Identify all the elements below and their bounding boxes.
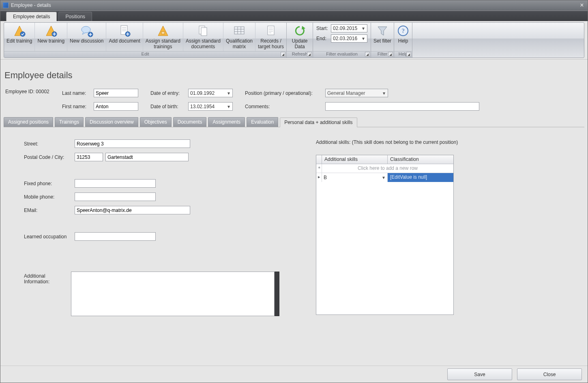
svg-point-4 [82, 26, 90, 33]
refresh-icon [293, 24, 306, 37]
last-name-label: Last name: [62, 90, 90, 96]
tab-positions[interactable]: Positions [58, 12, 92, 21]
group-launcher-icon[interactable]: ◢ [281, 52, 285, 57]
tab-documents[interactable]: Documents [173, 117, 207, 127]
grid-new-row[interactable]: ✶ Click here to add a new row [316, 164, 453, 173]
street-input[interactable] [75, 139, 190, 148]
ribbon-new-discussion-button[interactable]: New discussion [67, 23, 106, 51]
ribbon-group-filter-caption: Filter◢ [371, 51, 394, 58]
postal-code-input[interactable] [75, 153, 103, 161]
training-edit-icon [13, 24, 26, 37]
grid-col-additional-skills[interactable]: Additional skills [322, 155, 388, 164]
ribbon-add-document-button[interactable]: Add document [106, 23, 143, 51]
ribbon-update-data-button[interactable]: Update Data [287, 23, 313, 51]
email-input[interactable] [75, 206, 190, 214]
ribbon-label: Help [398, 38, 408, 44]
dialog-footer: Save Close [0, 366, 588, 383]
filter-start-label: Start: [316, 26, 331, 31]
current-row-indicator-icon: ▸ [316, 173, 322, 182]
ribbon-label: Assign standard trainings [146, 38, 180, 49]
dropdown-icon: ▾ [381, 175, 386, 180]
tab-personal-data-skills[interactable]: Personal data + additional skills [280, 118, 357, 127]
document-add-icon [118, 24, 131, 37]
ribbon-qualification-matrix-button[interactable]: Qualification matrix [223, 23, 255, 51]
filter-end-label: End: [316, 36, 331, 41]
standard-trainings-icon [157, 24, 170, 37]
date-of-entry-label: Date of entry: [150, 90, 185, 96]
textarea-scrollbar[interactable] [275, 272, 279, 316]
group-launcher-icon[interactable]: ◢ [406, 52, 411, 57]
group-launcher-icon[interactable]: ◢ [307, 52, 312, 57]
filter-start-date-input[interactable]: 02.09.2015 ▾ [331, 24, 367, 32]
grid-cell-classification[interactable]: [EditValue is null] [388, 173, 453, 182]
group-launcher-icon[interactable]: ◢ [365, 52, 370, 57]
save-button[interactable]: Save [447, 368, 512, 380]
ribbon-set-filter-button[interactable]: Set filter [371, 23, 394, 51]
group-launcher-icon[interactable]: ◢ [388, 52, 393, 57]
fixed-phone-input[interactable] [75, 179, 156, 188]
tab-objectives[interactable]: Objectives [140, 117, 172, 127]
ribbon-assign-standard-trainings-button[interactable]: Assign standard trainings [143, 23, 183, 51]
position-value: General Manager [327, 90, 365, 96]
detail-tabstrip: Assigned positions Trainings Discussion … [4, 117, 584, 127]
discussion-icon [80, 24, 93, 37]
city-input[interactable] [105, 153, 189, 161]
comments-label: Comments: [245, 104, 322, 109]
filter-start-date-value: 02.09.2015 [333, 26, 357, 31]
window-title: Employee - details [11, 2, 578, 8]
ribbon-new-training-button[interactable]: New training [35, 23, 67, 51]
last-name-input[interactable] [94, 89, 138, 97]
tab-discussion-overview[interactable]: Discussion overview [85, 117, 138, 127]
mobile-phone-label: Mobile phone: [24, 194, 75, 200]
tab-assigned-positions[interactable]: Assigned positions [4, 117, 53, 127]
ribbon-label: Set filter [373, 38, 391, 44]
tab-trainings[interactable]: Trainings [55, 117, 84, 127]
street-label: Street: [24, 141, 75, 147]
tab-evaluation[interactable]: Evaluation [247, 117, 278, 127]
employee-id-label: Employee ID: 00002 [5, 89, 50, 94]
grid-indicator-header [316, 155, 322, 164]
ribbon: Edit training New training New discussio… [4, 22, 584, 58]
learned-occupation-input[interactable] [75, 232, 156, 241]
additional-info-label: Additional Information: [24, 272, 71, 285]
window-close-button[interactable]: × [578, 2, 586, 9]
ribbon-label: Add document [109, 38, 140, 44]
filter-end-date-input[interactable]: 02.03.2016 ▾ [331, 34, 367, 43]
mobile-phone-input[interactable] [75, 193, 156, 201]
svg-rect-13 [268, 26, 274, 35]
date-of-birth-input[interactable]: 13.02.1954 ▾ [188, 102, 233, 111]
comments-input[interactable] [325, 102, 479, 111]
grid-data-row[interactable]: ▸ B ▾ [EditValue is null] [316, 173, 453, 182]
date-of-birth-label: Date of birth: [150, 104, 185, 109]
ribbon-edit-training-button[interactable]: Edit training [4, 23, 35, 51]
training-new-icon [45, 24, 58, 37]
date-of-entry-value: 01.09.1992 [190, 90, 215, 96]
records-icon [264, 24, 277, 37]
dropdown-icon: ▾ [226, 90, 232, 96]
svg-rect-12 [234, 27, 244, 34]
grid-cell-skill[interactable]: B ▾ [322, 173, 388, 182]
ribbon-help-button[interactable]: ? Help [394, 23, 412, 51]
help-icon: ? [397, 24, 410, 37]
filter-evaluation-panel: Start: 02.09.2015 ▾ End: 02.03.2016 ▾ [313, 23, 371, 51]
svg-rect-9 [161, 32, 165, 34]
date-of-entry-input[interactable]: 01.09.1992 ▾ [188, 89, 233, 97]
first-name-input[interactable] [94, 102, 138, 111]
ribbon-label: Assign standard documents [186, 38, 221, 49]
grid-col-classification[interactable]: Classification [388, 155, 453, 164]
tab-employee-details[interactable]: Employee details [6, 12, 57, 21]
position-select[interactable]: General Manager ▾ [325, 89, 388, 97]
main-tabstrip: Employee details Positions [0, 11, 588, 21]
grid-cell-skill-value: B [324, 175, 327, 180]
additional-skills-grid[interactable]: Additional skills Classification ✶ Click… [316, 155, 454, 315]
additional-skills-title: Additional skills: (This skill does not … [316, 139, 576, 145]
tab-assignments[interactable]: Assignments [208, 117, 245, 127]
page-title: Employee details [4, 70, 584, 81]
additional-info-textarea[interactable] [71, 272, 275, 316]
standard-documents-icon [197, 24, 210, 37]
ribbon-group-filter-evaluation-caption: Filter evaluation◢ [313, 51, 371, 58]
close-button[interactable]: Close [517, 368, 582, 380]
ribbon-assign-standard-documents-button[interactable]: Assign standard documents [183, 23, 223, 51]
ribbon-records-target-hours-button[interactable]: Records / target hours [255, 23, 286, 51]
fixed-phone-label: Fixed phone: [24, 181, 75, 186]
